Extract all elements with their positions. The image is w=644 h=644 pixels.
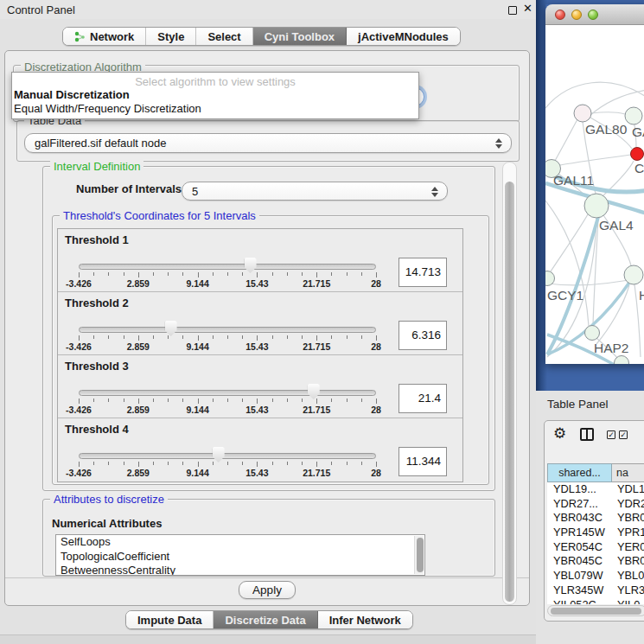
close-traffic-light-icon[interactable]	[555, 10, 565, 20]
table-cell[interactable]: YBR043C	[547, 511, 612, 526]
slider-track[interactable]	[79, 390, 376, 396]
columns-icon[interactable]	[580, 428, 594, 441]
horizontal-scrollbar[interactable]	[547, 605, 644, 616]
table-panel-region: Table Panel ⚙ ✓ ✓ shared...na YDL19...YD…	[536, 391, 644, 644]
close-icon[interactable]: ✕	[523, 2, 532, 15]
slider-tick	[347, 335, 348, 339]
table-cell[interactable]: YBL0	[612, 569, 644, 583]
slider-thumb[interactable]	[245, 258, 257, 273]
table-cell[interactable]: YER054C	[547, 540, 612, 555]
table-row[interactable]: YBR045CYBR0	[547, 554, 644, 569]
table-row[interactable]: YDR27...YDR2	[547, 497, 644, 512]
table-cell[interactable]: YPR1	[612, 526, 644, 540]
table-cell[interactable]: YDL1	[612, 482, 644, 497]
network-edge[interactable]	[591, 112, 625, 114]
apply-button[interactable]: Apply	[239, 581, 296, 599]
table-cell[interactable]: YER0	[612, 540, 644, 555]
network-node-hap2[interactable]	[585, 326, 600, 341]
network-edge[interactable]	[551, 214, 588, 271]
network-node-top-green[interactable]	[625, 107, 642, 124]
table-cell[interactable]: YBR0	[612, 554, 644, 569]
network-view-window[interactable]: GAL80GACGAL11GAL4GCY1HHAP2	[545, 4, 644, 364]
table-cell[interactable]: YLR345W	[547, 583, 612, 598]
slider-tick-label: -3.426	[58, 278, 99, 289]
table-cell[interactable]: YPR145W	[547, 526, 612, 540]
attribute-list-item[interactable]: BetweennessCentrality	[56, 564, 424, 576]
slider-tick	[79, 462, 80, 467]
table-cell[interactable]: YDR2	[612, 497, 644, 512]
chevron-updown-icon	[495, 137, 503, 150]
vertical-scrollbar[interactable]	[502, 162, 517, 605]
network-node-gal4[interactable]	[584, 194, 609, 218]
slider-tick	[331, 462, 332, 465]
tab-network[interactable]: Network	[63, 28, 146, 45]
attribute-list-item[interactable]: TopologicalCoefficient	[56, 550, 424, 564]
network-window-titlebar[interactable]	[545, 4, 644, 25]
zoom-traffic-light-icon[interactable]	[588, 10, 598, 20]
table-cell[interactable]: YIL0	[612, 598, 644, 605]
table-row[interactable]: YIL052CYIL0	[547, 598, 644, 605]
algorithm-option[interactable]: Equal Width/Frequency Discretization	[12, 102, 418, 116]
tab-cyni-toolbox[interactable]: Cyni Toolbox	[253, 28, 347, 45]
table-cell[interactable]: YIL052C	[547, 598, 612, 605]
slider-thumb[interactable]	[213, 447, 225, 462]
horizontal-scrollbar-thumb[interactable]	[551, 608, 641, 615]
table-cell[interactable]: YDL19...	[547, 482, 612, 497]
tab-discretize-data[interactable]: Discretize Data	[214, 611, 317, 628]
gear-icon[interactable]: ⚙	[553, 424, 566, 443]
slider-track[interactable]	[79, 453, 376, 459]
slider-tick	[331, 399, 332, 402]
network-edge[interactable]	[555, 119, 577, 161]
network-icon	[74, 31, 86, 42]
network-node-h[interactable]	[624, 265, 643, 284]
table-cell[interactable]: YBR045C	[547, 554, 612, 569]
network-canvas[interactable]: GAL80GACGAL11GAL4GCY1HHAP2	[545, 25, 644, 364]
network-node-gal80[interactable]	[574, 105, 591, 122]
algorithm-option[interactable]: Manual Discretization	[12, 88, 418, 102]
slider-tick	[108, 462, 109, 465]
threshold-value-field[interactable]: 6.316	[399, 321, 447, 350]
table-column-header[interactable]: shared...	[547, 463, 612, 482]
tab-impute-data[interactable]: Impute Data	[126, 611, 214, 628]
checkbox-icon[interactable]: ✓	[619, 430, 628, 439]
table-row[interactable]: YLR345WYLR3	[547, 583, 644, 598]
network-edge[interactable]	[560, 155, 631, 165]
threshold-value-field[interactable]: 21.4	[399, 384, 447, 413]
checkbox-icon[interactable]: ✓	[607, 430, 615, 439]
table-cell[interactable]: YBL079W	[547, 569, 612, 583]
num-intervals-combobox[interactable]: 5	[182, 182, 448, 201]
slider-tick-label: 28	[355, 468, 397, 478]
numerical-attributes-list[interactable]: SelfLoopsTopologicalCoefficientBetweenne…	[55, 534, 425, 576]
slider-track[interactable]	[79, 327, 376, 333]
tab-select[interactable]: Select	[196, 28, 252, 45]
table-column-header[interactable]: na	[612, 463, 644, 482]
table-row[interactable]: YPR145WYPR1	[547, 526, 644, 540]
network-node-gcy1[interactable]	[545, 271, 555, 286]
table-cell[interactable]: YLR3	[612, 583, 644, 598]
attribute-list-item[interactable]: SelfLoops	[56, 535, 424, 550]
table-row[interactable]: YDL19...YDL1	[547, 482, 644, 497]
tab-style[interactable]: Style	[146, 28, 196, 45]
table-cell[interactable]: YDR27...	[547, 497, 612, 512]
tab-label: Cyni Toolbox	[265, 30, 335, 43]
tab-jactivemnodules[interactable]: jActiveMNodules	[347, 28, 460, 45]
float-panel-icon[interactable]	[508, 6, 517, 15]
table-data-combobox[interactable]: galFiltered.sif default node	[24, 133, 512, 153]
threshold-value-field[interactable]: 11.344	[399, 447, 447, 476]
network-edge[interactable]	[545, 82, 644, 108]
tab-infer-network[interactable]: Infer Network	[318, 611, 412, 628]
network-node-red-selected[interactable]	[631, 148, 644, 161]
table-row[interactable]: YBR043CYBR0	[547, 511, 644, 526]
vertical-scrollbar-thumb[interactable]	[505, 182, 514, 602]
table-cell[interactable]: YBR0	[612, 511, 644, 526]
table-row[interactable]: YBL079WYBL0	[547, 569, 644, 583]
threshold-value-field[interactable]: 14.713	[399, 258, 447, 287]
minimize-traffic-light-icon[interactable]	[571, 10, 582, 20]
list-scrollbar-thumb[interactable]	[417, 538, 424, 572]
slider-track[interactable]	[79, 264, 376, 270]
slider-thumb[interactable]	[165, 321, 177, 336]
slider-thumb[interactable]	[308, 384, 320, 399]
table-row[interactable]: YER054CYER0	[547, 540, 644, 555]
list-scrollbar[interactable]	[414, 536, 424, 574]
tab-label: jActiveMNodules	[358, 30, 449, 43]
